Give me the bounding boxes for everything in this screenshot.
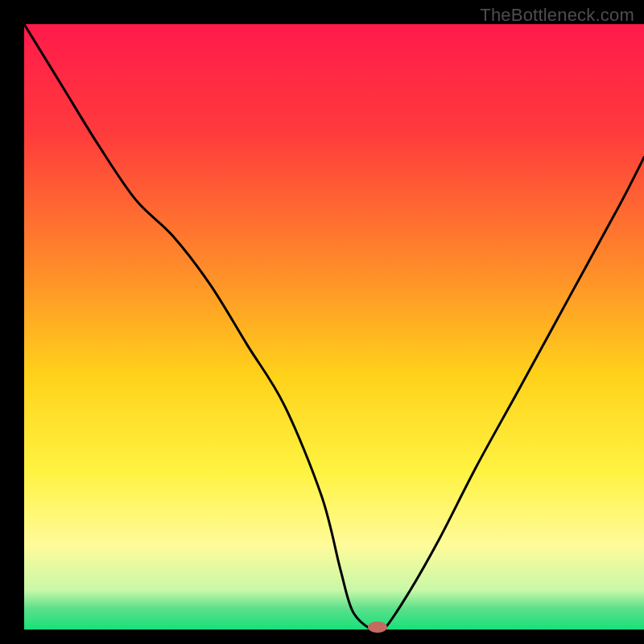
watermark-text: TheBottleneck.com: [480, 5, 634, 26]
chart-stage: TheBottleneck.com: [0, 0, 644, 644]
optimal-marker: [368, 621, 387, 633]
bottleneck-plot: [0, 0, 644, 644]
